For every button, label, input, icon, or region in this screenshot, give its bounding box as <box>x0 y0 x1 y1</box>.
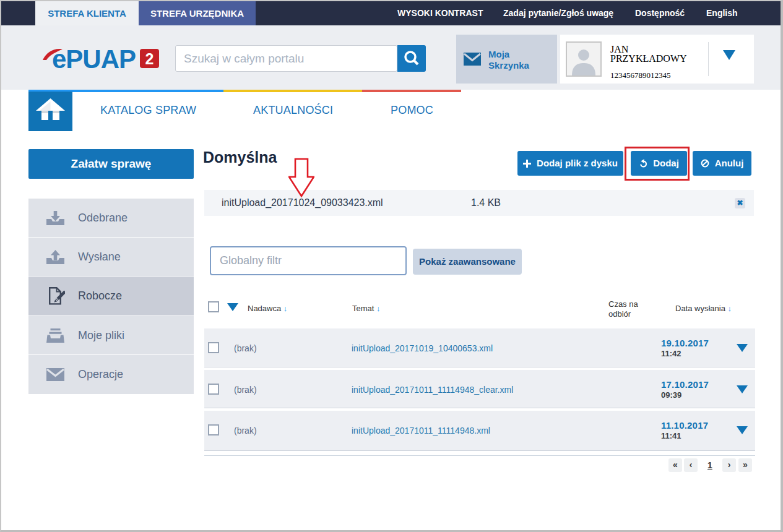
svg-text:2: 2 <box>145 50 154 67</box>
svg-text:ePUAP: ePUAP <box>52 47 136 71</box>
